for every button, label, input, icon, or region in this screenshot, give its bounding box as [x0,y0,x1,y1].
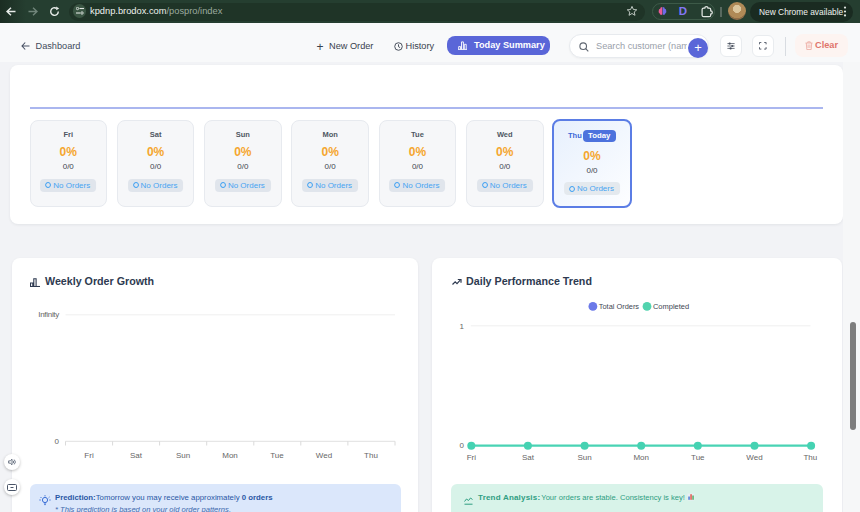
svg-text:Sun: Sun [577,453,591,462]
svg-text:Sat: Sat [130,451,143,460]
svg-text:Mon: Mon [633,453,649,462]
svg-text:Sun: Sun [176,451,190,460]
svg-text:Total Orders: Total Orders [599,302,640,311]
svg-text:Completed: Completed [653,302,689,311]
svg-text:Tue: Tue [691,453,705,462]
svg-text:Fri: Fri [467,453,477,462]
svg-text:Sat: Sat [522,453,535,462]
svg-text:1: 1 [460,322,465,331]
svg-text:Infinity: Infinity [38,310,59,319]
svg-text:Tue: Tue [270,451,284,460]
svg-text:0: 0 [460,441,465,450]
svg-text:Fri: Fri [84,451,94,460]
svg-text:Thu: Thu [803,453,817,462]
svg-text:Wed: Wed [746,453,762,462]
svg-text:Wed: Wed [316,451,332,460]
svg-text:Mon: Mon [222,451,238,460]
svg-text:Thu: Thu [364,451,378,460]
svg-text:0: 0 [55,437,60,446]
